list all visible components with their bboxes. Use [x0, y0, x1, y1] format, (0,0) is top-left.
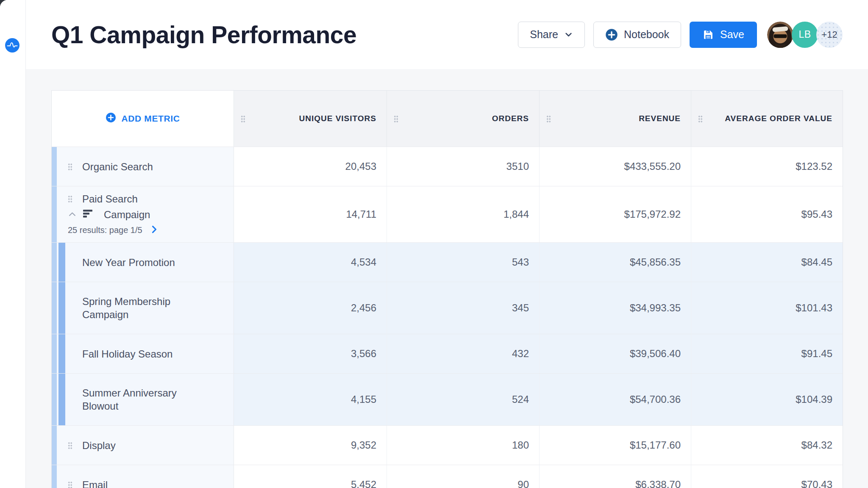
table-row-fall-holiday-season: Fall Holiday Season 3,566 432 $39,506.40…	[52, 334, 843, 373]
drag-handle-icon[interactable]	[68, 442, 72, 449]
cell-value: $95.43	[691, 186, 843, 242]
cell-value: $15,177.60	[539, 426, 691, 465]
column-header-revenue[interactable]: REVENUE	[539, 91, 691, 147]
row-label: New Year Promotion	[82, 256, 175, 269]
add-metric-label: ADD METRIC	[122, 114, 180, 124]
cell-value: 14,711	[234, 186, 387, 242]
left-nav-rail	[0, 0, 26, 488]
row-label-cell[interactable]: Organic Search	[52, 147, 234, 186]
row-label-cell[interactable]: New Year Promotion	[52, 243, 234, 282]
cell-value: $45,856.35	[539, 243, 691, 282]
drag-handle-icon[interactable]	[698, 115, 703, 122]
share-button-label: Share	[530, 28, 558, 41]
amplitude-logo-icon[interactable]	[5, 38, 19, 53]
row-label: Display	[82, 439, 116, 452]
bar-chart-icon	[83, 209, 94, 220]
avatar-initials[interactable]: LB	[792, 22, 818, 48]
row-label-cell[interactable]: Paid Search	[52, 186, 234, 242]
cell-value: 543	[387, 243, 539, 282]
drag-handle-icon[interactable]	[68, 481, 72, 488]
chevron-down-icon	[564, 30, 573, 39]
top-bar: Q1 Campaign Performance Share N	[26, 0, 868, 69]
indent-bar-inner	[58, 334, 65, 373]
cell-value: 180	[387, 426, 539, 465]
table-row-spring-membership-campaign: Spring Membership Campaign 2,456 345 $34…	[52, 282, 843, 334]
table-row-organic-search: Organic Search 20,453 3510 $433,555.20 $…	[52, 147, 843, 186]
cell-value: 4,534	[234, 243, 387, 282]
row-label-cell[interactable]: Spring Membership Campaign	[52, 282, 234, 334]
page-title: Q1 Campaign Performance	[51, 21, 518, 49]
indent-bar	[52, 282, 57, 334]
cell-value: $91.45	[691, 334, 843, 373]
row-label-cell[interactable]: Fall Holiday Season	[52, 334, 234, 373]
app-window: Q1 Campaign Performance Share N	[0, 0, 868, 488]
drag-handle-icon[interactable]	[394, 115, 398, 122]
column-header-unique-visitors[interactable]: UNIQUE VISITORS	[234, 91, 387, 147]
table-row-summer-anniversary-blowout: Summer Anniversary Blowout 4,155 524 $54…	[52, 373, 843, 425]
drag-handle-icon[interactable]	[241, 115, 245, 122]
indent-bar	[52, 426, 57, 465]
cell-value: $123.52	[691, 147, 843, 186]
row-label-cell[interactable]: Summer Anniversary Blowout	[52, 374, 234, 425]
cell-value: $39,506.40	[539, 334, 691, 373]
table-row-display: Display 9,352 180 $15,177.60 $84.32	[52, 425, 843, 465]
cell-value: $70.43	[691, 465, 843, 488]
drag-handle-icon[interactable]	[68, 195, 72, 202]
collapse-caret-icon[interactable]	[69, 211, 76, 218]
column-header-orders[interactable]: ORDERS	[387, 91, 539, 147]
indent-bar	[52, 243, 57, 282]
column-header-average-order-value[interactable]: AVERAGE ORDER VALUE	[691, 91, 843, 147]
cell-value: 9,352	[234, 426, 387, 465]
row-sublabel: Campaign	[104, 208, 150, 221]
row-label: Paid Search	[82, 192, 138, 205]
cell-value: $433,555.20	[539, 147, 691, 186]
cell-value: 20,453	[234, 147, 387, 186]
save-button[interactable]: Save	[690, 22, 757, 48]
column-header-label: REVENUE	[551, 114, 681, 123]
add-metric-button[interactable]: ADD METRIC	[106, 112, 180, 125]
metrics-table: ADD METRIC UNIQUE VISITORS ORDERS REVENU…	[51, 90, 843, 488]
indent-bar	[52, 465, 57, 488]
cell-value: $54,700.36	[539, 374, 691, 425]
table-row-new-year-promotion: New Year Promotion 4,534 543 $45,856.35 …	[52, 242, 843, 282]
cell-value: 3510	[387, 147, 539, 186]
notebook-button-label: Notebook	[624, 28, 669, 41]
row-label-cell[interactable]: Display	[52, 426, 234, 465]
cell-value: 3,566	[234, 334, 387, 373]
share-button[interactable]: Share	[518, 22, 585, 48]
save-button-label: Save	[720, 28, 744, 41]
row-label: Fall Holiday Season	[82, 347, 172, 360]
cell-value: $104.39	[691, 374, 843, 425]
indent-bar	[52, 147, 57, 186]
row-label-cell[interactable]: Email	[52, 465, 234, 488]
column-header-label: ORDERS	[398, 114, 529, 123]
cell-value: 4,155	[234, 374, 387, 425]
avatar-photo[interactable]	[767, 22, 793, 48]
notebook-button[interactable]: Notebook	[593, 22, 681, 48]
row-label: Summer Anniversary Blowout	[82, 386, 198, 413]
cell-value: 345	[387, 282, 539, 334]
row-label: Spring Membership Campaign	[82, 295, 198, 321]
row-label: Organic Search	[82, 160, 153, 173]
cell-value: 1,844	[387, 186, 539, 242]
indent-bar	[52, 186, 57, 242]
content-area: ADD METRIC UNIQUE VISITORS ORDERS REVENU…	[26, 69, 868, 488]
drag-handle-icon[interactable]	[68, 163, 72, 170]
next-page-icon[interactable]	[152, 225, 157, 235]
cell-value: 432	[387, 334, 539, 373]
cell-value: $34,993.35	[539, 282, 691, 334]
avatar-overflow-badge[interactable]: +12	[816, 22, 843, 48]
cell-value: $84.45	[691, 243, 843, 282]
plus-circle-icon	[106, 112, 116, 125]
cell-value: $6,338.70	[539, 465, 691, 488]
main-area: Q1 Campaign Performance Share N	[26, 0, 868, 488]
cell-value: 524	[387, 374, 539, 425]
indent-bar	[52, 334, 57, 373]
indent-bar	[52, 374, 57, 425]
cell-value: $84.32	[691, 426, 843, 465]
avatar-stack: LB +12	[767, 22, 843, 48]
drag-handle-icon[interactable]	[546, 115, 551, 122]
row-label: Email	[82, 478, 108, 488]
indent-bar-inner	[58, 374, 65, 425]
action-buttons: Share Notebook	[518, 22, 843, 48]
